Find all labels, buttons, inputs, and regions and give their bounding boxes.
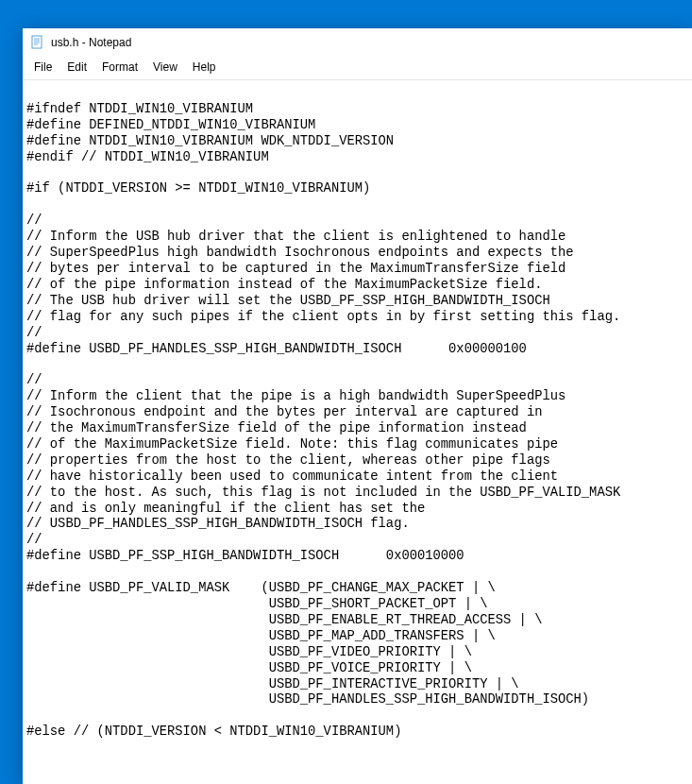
- svg-rect-0: [32, 36, 42, 48]
- menu-file[interactable]: File: [26, 59, 59, 76]
- titlebar[interactable]: usb.h - Notepad: [23, 28, 692, 57]
- editor-area[interactable]: #ifndef NTDDI_WIN10_VIBRANIUM #define DE…: [23, 80, 692, 784]
- menu-edit[interactable]: Edit: [59, 59, 94, 76]
- window-title: usb.h - Notepad: [51, 36, 131, 49]
- menu-view[interactable]: View: [145, 59, 185, 76]
- notepad-icon: [30, 35, 45, 50]
- menubar: File Edit Format View Help: [23, 57, 692, 80]
- menu-help[interactable]: Help: [185, 59, 224, 76]
- menu-format[interactable]: Format: [94, 59, 145, 76]
- notepad-window: usb.h - Notepad File Edit Format View He…: [23, 28, 692, 784]
- text-editor[interactable]: #ifndef NTDDI_WIN10_VIBRANIUM #define DE…: [26, 86, 688, 741]
